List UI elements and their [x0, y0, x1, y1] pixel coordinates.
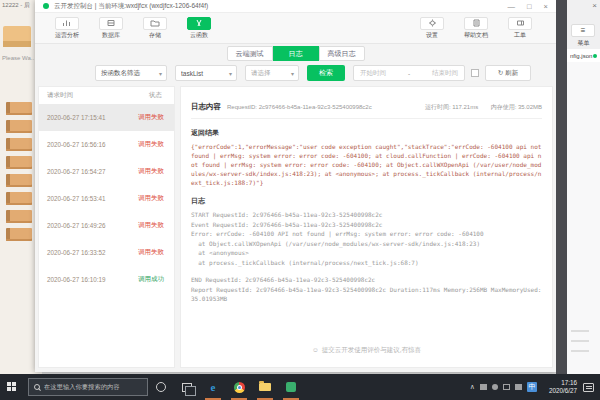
- menu-label: 菜单: [567, 39, 600, 48]
- close-icon[interactable]: ×: [592, 1, 597, 10]
- log-row[interactable]: 2020-06-27 16:56:16 调用失败: [39, 131, 174, 158]
- chrome-button[interactable]: [226, 374, 252, 400]
- function-icon: [187, 17, 211, 30]
- start-time-placeholder: 开始时间: [360, 69, 386, 78]
- function-tabs: 云端测试 日志 高级日志: [35, 44, 556, 62]
- log-row[interactable]: 2020-06-27 17:15:41 调用失败: [39, 104, 174, 131]
- book-icon: [6, 156, 32, 169]
- tab-cloud-test[interactable]: 云端测试: [227, 46, 273, 61]
- cortana-icon: [156, 382, 166, 392]
- hamburger-menu-icon[interactable]: ≡: [571, 24, 595, 37]
- folder-icon: [3, 26, 31, 47]
- column-status: 状态: [149, 91, 162, 100]
- devtools-button[interactable]: [278, 374, 304, 400]
- cortana-button[interactable]: [148, 374, 174, 400]
- detail-title: 日志内容: [191, 102, 221, 111]
- request-id: RequestID: 2c976466-b45a-11ea-92c3-52540…: [227, 104, 372, 110]
- book-icon: [6, 228, 32, 241]
- log-row[interactable]: 2020-06-27 16:33:52 调用失败: [39, 239, 174, 266]
- tray-icon[interactable]: [503, 384, 510, 390]
- log-row[interactable]: 2020-06-27 16:54:27 调用失败: [39, 158, 174, 185]
- edge-button[interactable]: e: [200, 374, 226, 400]
- taskbar-clock[interactable]: 17:16 2020/6/27: [549, 379, 577, 395]
- status-badge: 调用失败: [138, 167, 164, 176]
- background-loading-text: Please Wa..: [2, 55, 34, 61]
- book-icon: [6, 102, 32, 115]
- log-row[interactable]: 2020-06-27 16:49:26 调用失败: [39, 212, 174, 239]
- title-bar: 云开发控制台 | 当前环境:wxdjfcx (wxdjfcx-1206-64f4…: [35, 0, 556, 13]
- devtools-icon: [286, 382, 296, 392]
- tray-icon[interactable]: [480, 384, 487, 390]
- status-badge: 调用失败: [138, 221, 164, 230]
- status-badge: 调用失败: [138, 248, 164, 257]
- ime-indicator[interactable]: 中: [527, 382, 537, 392]
- app-logo-icon: [43, 3, 49, 9]
- storage-folder-icon: [143, 17, 167, 30]
- edge-icon: e: [211, 381, 216, 393]
- search-icon: [34, 384, 40, 390]
- result-section-title: 返回结果: [191, 128, 542, 138]
- clock-date: 2020/6/27: [549, 387, 577, 395]
- nav-cloud-function[interactable]: 云函数: [179, 17, 219, 40]
- editor-window: × ≡ 菜单 nfig.json: [567, 0, 600, 374]
- log-detail-header: 日志内容RequestID: 2c976466-b45a-11ea-92c3-5…: [191, 95, 542, 119]
- status-badge: 调用成功: [138, 275, 164, 284]
- book-icon: [6, 138, 32, 151]
- book-icon: [6, 192, 32, 205]
- search-button[interactable]: 检索: [307, 65, 345, 81]
- book-icon: [6, 120, 32, 133]
- clock-time: 17:16: [549, 379, 577, 387]
- memory-stat: 内存使用: 35.02MB: [491, 104, 542, 110]
- windows-taskbar: 在这里输入你要搜索的内容 e ∧ 中 17:16 2020/6/27: [0, 374, 600, 400]
- tab-logs[interactable]: 日志: [273, 46, 319, 61]
- unsaved-dot-icon: [593, 54, 597, 58]
- error-result-json: {"errorCode":1,"errorMessage":"user code…: [191, 142, 542, 187]
- function-select-dropdown[interactable]: taskList ▾: [175, 65, 237, 81]
- gear-icon: [420, 17, 444, 30]
- tray-icon[interactable]: [515, 384, 522, 390]
- tray-expand-icon[interactable]: ∧: [470, 383, 475, 391]
- date-range-input[interactable]: 开始时间 - 结束时间: [353, 65, 465, 81]
- nav-database[interactable]: 数据库: [91, 17, 131, 40]
- notification-center-icon[interactable]: [583, 383, 594, 392]
- log-filter-bar: 按函数名筛选 ▾ taskList ▾ 请选择 ▾ 检索 开始时间 - 结束时间…: [35, 62, 556, 84]
- close-button[interactable]: ×: [544, 0, 548, 13]
- task-view-button[interactable]: [174, 374, 200, 400]
- function-name-filter-dropdown[interactable]: 按函数名筛选 ▾: [95, 65, 167, 81]
- refresh-button[interactable]: ↻ 刷新: [485, 65, 531, 81]
- window-title: 云开发控制台 | 当前环境:wxdjfcx (wxdjfcx-1206-64f4…: [54, 2, 496, 11]
- action-help-doc[interactable]: 帮助文档: [456, 17, 496, 40]
- log-section-title: 日志: [191, 196, 542, 206]
- window-divider: [556, 0, 567, 374]
- status-badge: 调用失败: [138, 140, 164, 149]
- system-tray: ∧ 中: [470, 382, 537, 392]
- log-row[interactable]: 2020-06-27 16:10:19 调用成功: [39, 266, 174, 293]
- minimize-button[interactable]: —: [508, 0, 516, 13]
- action-ticket[interactable]: 工单: [500, 17, 540, 40]
- start-button[interactable]: [0, 374, 24, 400]
- editor-file-tab[interactable]: nfig.json: [567, 49, 600, 62]
- nav-storage[interactable]: 存储: [135, 17, 175, 40]
- ticket-icon: [508, 17, 532, 30]
- action-settings[interactable]: 设置: [412, 17, 452, 40]
- top-toolbar: 运营分析 数据库 存储 云函数 设置: [35, 13, 556, 44]
- log-detail-panel: 日志内容RequestID: 2c976466-b45a-11ea-92c3-5…: [180, 86, 553, 368]
- feedback-link[interactable]: ☺提交云开发使用评价与建议,有惊喜: [181, 346, 552, 355]
- runtime-log-lines: START RequestId: 2c976466-b45a-11ea-92c3…: [191, 210, 542, 304]
- tray-icon[interactable]: [492, 384, 498, 390]
- chart-icon: [55, 17, 79, 30]
- windows-logo-icon: [7, 382, 17, 392]
- chevron-down-icon: ▾: [229, 70, 232, 77]
- maximize-button[interactable]: □: [527, 0, 532, 13]
- book-icon: [6, 210, 32, 223]
- calendar-checkbox[interactable]: [471, 69, 479, 77]
- tab-advanced-logs[interactable]: 高级日志: [319, 46, 365, 61]
- database-icon: [99, 17, 123, 30]
- taskbar-search-box[interactable]: 在这里输入你要搜索的内容: [28, 378, 148, 396]
- status-filter-dropdown[interactable]: 请选择 ▾: [245, 65, 299, 81]
- log-row[interactable]: 2020-06-27 16:53:41 调用失败: [39, 185, 174, 212]
- status-badge: 调用失败: [138, 194, 164, 203]
- nav-operations-analysis[interactable]: 运营分析: [47, 17, 87, 40]
- runtime-stat: 运行时间: 117.21ms: [425, 104, 478, 110]
- file-explorer-button[interactable]: [252, 374, 278, 400]
